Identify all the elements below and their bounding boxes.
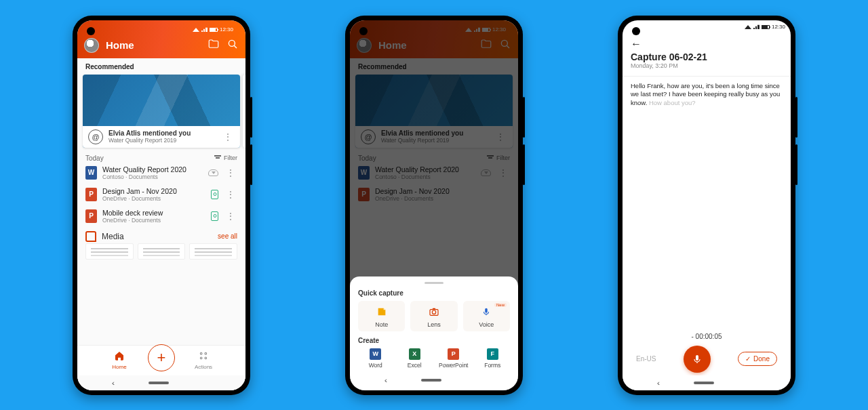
mention-title: Elvia Atlis mentioned you	[108, 129, 216, 137]
screen-home: 12:30 Home Recommended @	[77, 20, 245, 390]
filter-icon	[214, 155, 221, 161]
file-meta: Contoso · Documents	[102, 173, 203, 180]
battery-icon	[210, 28, 218, 32]
record-timer: - 00:00:05	[691, 333, 722, 340]
avatar[interactable]	[84, 38, 99, 53]
media-thumbnails[interactable]	[77, 243, 245, 260]
qc-note[interactable]: Note	[358, 301, 405, 331]
device-icon[interactable]	[211, 190, 218, 199]
wifi-icon	[193, 28, 199, 32]
bottom-tabbar: Home + Actions	[77, 345, 245, 375]
record-button[interactable]	[684, 346, 711, 373]
phone-create-sheet: 12:30 Home Recommended @	[345, 16, 523, 395]
capture-subtitle: Monday, 3:20 PM	[631, 62, 783, 69]
forms-icon: F	[487, 348, 498, 360]
excel-icon: X	[409, 348, 420, 360]
transcript-text: Hello Frank, how are you, it's been a lo…	[623, 82, 791, 108]
app-header: 12:30 Home	[77, 20, 245, 58]
qc-lens[interactable]: Lens	[410, 301, 457, 331]
note-icon	[376, 306, 387, 319]
android-navbar: ‹	[623, 375, 791, 390]
recommended-card[interactable]: @ Elvia Atlis mentioned you Water Qualit…	[83, 75, 240, 148]
home-icon	[114, 350, 125, 363]
file-meta: OneDrive · Documents	[102, 217, 205, 224]
svg-point-2	[200, 352, 202, 354]
back-button[interactable]: ←	[631, 38, 783, 50]
nav-back-icon[interactable]: ‹	[657, 379, 660, 387]
svg-point-9	[432, 310, 435, 314]
powerpoint-icon: P	[448, 348, 459, 360]
camera-icon	[429, 306, 439, 319]
svg-point-4	[200, 357, 202, 359]
phone-voice-capture: 12:30 ← Capture 06-02-21 Monday, 3:20 PM…	[618, 16, 795, 395]
more-icon[interactable]: ⋮	[224, 190, 237, 199]
signal-icon	[201, 27, 208, 32]
file-row[interactable]: Mobile deck review OneDrive · Documents …	[77, 205, 245, 227]
device-icon[interactable]	[211, 211, 218, 221]
see-all-link[interactable]: see all	[218, 232, 237, 240]
recommended-card-peek[interactable]	[243, 75, 245, 148]
file-name: Water Quality Report 2020	[102, 165, 203, 173]
create-word[interactable]: WWord	[358, 348, 393, 369]
svg-rect-10	[486, 308, 488, 312]
recommended-label: Recommended	[77, 58, 245, 75]
qc-voice[interactable]: New Voice	[463, 301, 510, 331]
divider	[623, 76, 791, 77]
file-name: Mobile deck review	[102, 209, 205, 217]
more-icon[interactable]: ⋮	[224, 168, 237, 178]
signal-icon	[753, 24, 760, 29]
android-navbar: ‹	[77, 375, 245, 390]
actions-icon	[198, 350, 209, 363]
new-badge: New	[494, 303, 507, 307]
android-navbar: ‹	[358, 373, 510, 388]
screen-create: 12:30 Home Recommended @	[350, 20, 518, 390]
search-icon[interactable]	[226, 38, 239, 53]
language-selector[interactable]: En-US	[636, 355, 656, 363]
nav-back-icon[interactable]: ‹	[384, 376, 387, 384]
nav-home-pill[interactable]	[149, 382, 169, 384]
powerpoint-icon	[85, 188, 97, 201]
mic-icon	[481, 306, 491, 319]
svg-point-5	[205, 357, 207, 359]
tab-home[interactable]: Home	[99, 350, 140, 370]
folder-icon[interactable]	[208, 38, 220, 53]
battery-icon	[762, 25, 770, 29]
filter-button[interactable]: Filter	[214, 155, 237, 161]
camera-punch	[632, 27, 640, 35]
camera-punch	[359, 27, 368, 35]
today-label: Today	[85, 155, 104, 162]
nav-home-pill[interactable]	[421, 379, 441, 382]
more-icon[interactable]: ⋮	[221, 132, 235, 142]
media-label: Media	[102, 232, 124, 241]
media-icon	[85, 231, 96, 242]
page-title: Home	[106, 39, 201, 51]
file-name: Design Jam - Nov 2020	[102, 187, 205, 195]
svg-line-1	[234, 45, 237, 48]
status-time: 12:30	[772, 24, 785, 30]
create-excel[interactable]: XExcel	[397, 348, 433, 369]
powerpoint-icon	[85, 209, 97, 223]
status-time: 12:30	[220, 26, 233, 33]
create-powerpoint[interactable]: PPowerPoint	[436, 348, 471, 369]
mention-icon: @	[88, 129, 103, 144]
word-icon	[85, 166, 97, 180]
cloud-download-icon[interactable]	[208, 169, 218, 176]
nav-home-pill[interactable]	[694, 382, 714, 384]
svg-point-3	[205, 352, 207, 354]
capture-title: Capture 06-02-21	[631, 52, 783, 62]
tab-actions[interactable]: Actions	[183, 350, 224, 370]
quick-capture-label: Quick capture	[358, 289, 510, 297]
fab-create[interactable]: +	[148, 344, 175, 371]
file-row[interactable]: Water Quality Report 2020 Contoso · Docu…	[77, 162, 245, 184]
create-forms[interactable]: FForms	[475, 348, 511, 369]
word-icon: W	[370, 348, 381, 360]
done-button[interactable]: Done	[738, 352, 777, 366]
nav-back-icon[interactable]: ‹	[112, 379, 115, 387]
svg-point-0	[229, 40, 235, 46]
screen-voice: 12:30 ← Capture 06-02-21 Monday, 3:20 PM…	[623, 20, 791, 390]
file-row[interactable]: Design Jam - Nov 2020 OneDrive · Documen…	[77, 184, 245, 205]
wifi-icon	[745, 25, 751, 29]
status-bar: 12:30	[623, 20, 791, 34]
sheet-handle[interactable]	[425, 282, 443, 284]
more-icon[interactable]: ⋮	[224, 211, 237, 221]
